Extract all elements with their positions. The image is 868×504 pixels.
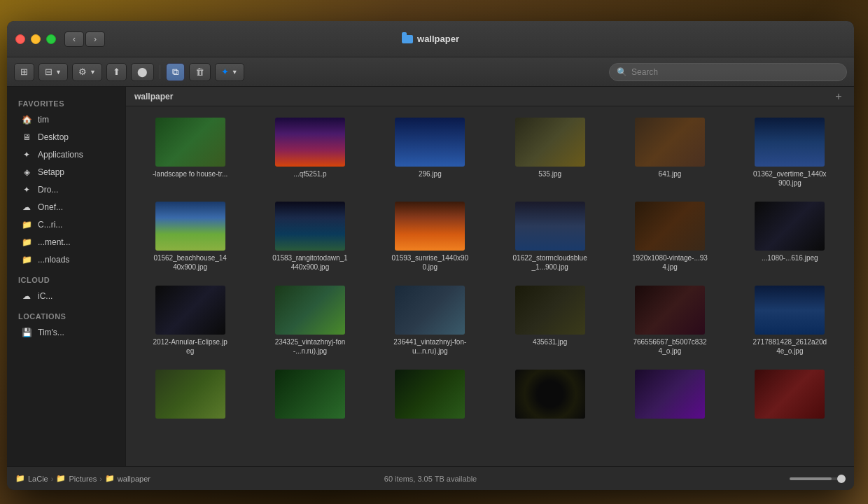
status-text: 60 items, 3.05 TB available — [384, 475, 477, 483]
sidebar-item-creative[interactable]: 📁 C...ri... — [10, 216, 122, 233]
close-button[interactable] — [15, 34, 25, 44]
icloud-section-title: iCloud — [7, 269, 125, 287]
dropbox-icon: ✦ — [221, 66, 229, 77]
search-icon: 🔍 — [617, 67, 627, 77]
file-name: ...1080-...616.jpeg — [762, 253, 818, 262]
sidebar-item-tims[interactable]: 💾 Tim's... — [10, 324, 122, 341]
view-toggle-btn[interactable]: ⊟ ▼ — [38, 63, 68, 81]
file-thumbnail — [755, 202, 825, 251]
finder-window: ‹ › wallpaper ⊞ ⊟ ▼ ⚙ ▼ ⬆ ⬤ — [7, 21, 854, 490]
file-item[interactable]: 435631.jpg — [493, 281, 607, 360]
sidebar-item-desktop[interactable]: 🖥 Desktop — [10, 129, 122, 146]
sidebar-item-icloud[interactable]: ☁ iC... — [10, 288, 122, 304]
minimize-button[interactable] — [31, 34, 41, 44]
monitor-icon: 🖥 — [21, 132, 32, 143]
file-thumbnail — [515, 370, 585, 419]
file-item[interactable]: 01622_stormcloudsblue_1...900.jpg — [493, 197, 607, 276]
file-item[interactable]: 1920x1080-vintage-...934.jpg — [612, 197, 727, 276]
tag-btn[interactable]: ⬤ — [131, 63, 154, 81]
file-name: 296.jpg — [419, 169, 442, 178]
file-thumbnail — [635, 370, 705, 419]
sidebar-item-setapp[interactable]: ◈ Setapp — [10, 164, 122, 181]
file-item[interactable]: ...qf5251.p — [253, 113, 367, 192]
file-item[interactable]: 296.jpg — [373, 113, 487, 192]
file-item[interactable] — [612, 365, 727, 426]
file-thumbnail — [635, 118, 705, 167]
file-thumbnail — [635, 286, 705, 335]
file-item[interactable]: 01562_beachhouse_1440x900.jpg — [133, 197, 247, 276]
title-bar: ‹ › wallpaper — [7, 21, 854, 57]
file-name: 641.jpg — [659, 169, 682, 178]
delete-btn[interactable]: 🗑 — [189, 63, 211, 81]
toolbar: ⊞ ⊟ ▼ ⚙ ▼ ⬆ ⬤ ⧉ 🗑 ✦ ▼ 🔍 Search — [7, 57, 854, 87]
action-btn[interactable]: ⚙ ▼ — [72, 63, 102, 81]
file-thumbnail — [395, 370, 465, 419]
file-item[interactable] — [493, 365, 607, 426]
file-thumbnail — [755, 118, 825, 167]
file-item[interactable]: 2012-Annular-Eclipse.jpeg — [133, 281, 247, 360]
file-grid: -landscape fo house-tr......qf5251.p296.… — [126, 106, 854, 466]
file-name: 1920x1080-vintage-...934.jpg — [631, 253, 708, 272]
file-thumbnail — [155, 202, 225, 251]
setapp-icon: ◈ — [21, 167, 32, 178]
folder-title: wallpaper — [134, 92, 173, 102]
file-item[interactable]: 234325_vintazhnyj-fon-...n.ru).jpg — [253, 281, 367, 360]
sidebar-item-downloads[interactable]: 📁 ...nloads — [10, 251, 122, 268]
file-name: ...qf5251.p — [293, 169, 326, 178]
sidebar-item-applications[interactable]: ✦ Applications — [10, 146, 122, 163]
back-button[interactable]: ‹ — [64, 31, 84, 47]
file-item[interactable]: 2717881428_2612a20d4e_o.jpg — [733, 281, 847, 360]
file-item[interactable]: 766556667_b5007c8324_o.jpg — [612, 281, 727, 360]
breadcrumb-sep-1: › — [51, 475, 54, 483]
sidebar-item-documents[interactable]: 📁 ...ment... — [10, 234, 122, 251]
tag-icon: ⬤ — [137, 66, 148, 77]
file-name: 766556667_b5007c8324_o.jpg — [631, 337, 708, 356]
dropbox-btn[interactable]: ✦ ▼ — [215, 63, 244, 81]
file-item[interactable]: 01362_overtime_1440x900.jpg — [733, 113, 847, 192]
file-item[interactable]: 641.jpg — [612, 113, 727, 192]
file-item[interactable]: 535.jpg — [493, 113, 607, 192]
home-icon: 🏠 — [21, 114, 32, 125]
sidebar-item-dropbox[interactable]: ✦ Dro... — [10, 181, 122, 198]
gear-icon: ⚙ — [78, 66, 87, 77]
automator-stack-btn[interactable]: ⧉ — [166, 63, 185, 81]
file-item[interactable] — [253, 365, 367, 426]
add-button[interactable]: + — [832, 90, 846, 104]
file-item[interactable] — [733, 365, 847, 426]
zoom-slider[interactable] — [790, 477, 846, 480]
breadcrumb-icon-2: 📁 — [56, 474, 66, 483]
slider-thumb[interactable] — [837, 475, 846, 483]
sidebar-item-onedrive[interactable]: ☁ Onef... — [10, 199, 122, 216]
drive-icon: 💾 — [21, 327, 32, 338]
view-icon-btn[interactable]: ⊞ — [14, 63, 34, 81]
file-name: 236441_vintazhnyj-fon-u...n.ru).jpg — [391, 337, 468, 356]
file-thumbnail — [515, 118, 585, 167]
file-item[interactable]: ...1080-...616.jpeg — [733, 197, 847, 276]
apps-icon: ✦ — [21, 149, 32, 160]
file-thumbnail — [635, 202, 705, 251]
breadcrumb: 📁 LaCie › 📁 Pictures › 📁 wallpaper — [15, 474, 150, 483]
file-item[interactable] — [133, 365, 247, 426]
locations-section-title: Locations — [7, 305, 125, 323]
share-btn[interactable]: ⬆ — [106, 63, 127, 81]
file-item[interactable]: 01593_sunrise_1440x900.jpg — [373, 197, 487, 276]
file-item[interactable]: 01583_rangitotodawn_1440x900.jpg — [253, 197, 367, 276]
file-area-header: wallpaper + — [126, 87, 854, 106]
search-input[interactable]: Search — [631, 67, 658, 77]
file-item[interactable]: 236441_vintazhnyj-fon-u...n.ru).jpg — [373, 281, 487, 360]
search-box[interactable]: 🔍 Search — [609, 63, 847, 81]
file-thumbnail — [155, 118, 225, 167]
maximize-button[interactable] — [46, 34, 56, 44]
folder-creative-icon: 📁 — [21, 219, 32, 230]
file-item[interactable] — [373, 365, 487, 426]
file-thumbnail — [515, 202, 585, 251]
file-name: 2717881428_2612a20d4e_o.jpg — [751, 337, 828, 356]
file-item[interactable]: -landscape fo house-tr... — [133, 113, 247, 192]
file-name: 435631.jpg — [533, 337, 568, 346]
forward-icon: › — [94, 34, 97, 44]
list-view-icon: ⊟ — [45, 66, 52, 77]
breadcrumb-pictures: Pictures — [69, 475, 97, 483]
sidebar-item-tim[interactable]: 🏠 tim — [10, 111, 122, 128]
forward-button[interactable]: › — [85, 31, 105, 47]
share-icon: ⬆ — [113, 66, 120, 77]
